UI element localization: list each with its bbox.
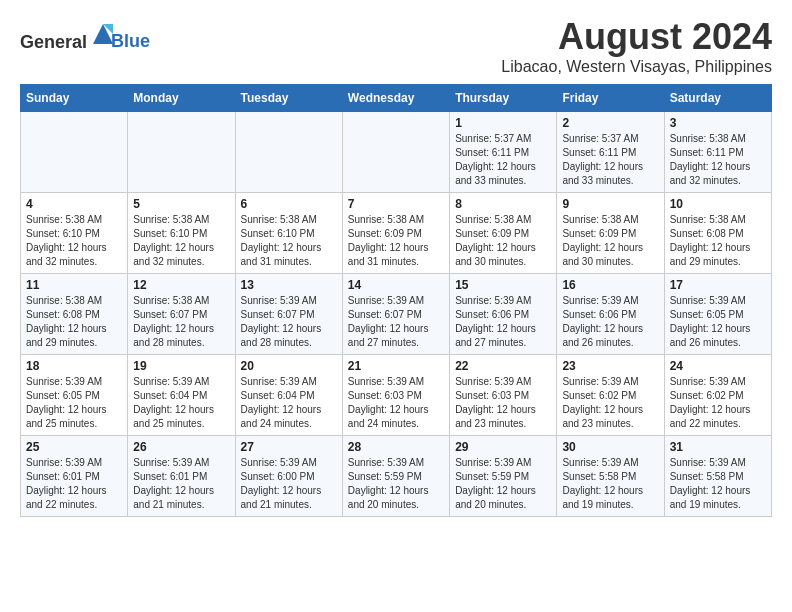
calendar-cell: 5Sunrise: 5:38 AM Sunset: 6:10 PM Daylig…	[128, 193, 235, 274]
calendar-cell: 31Sunrise: 5:39 AM Sunset: 5:58 PM Dayli…	[664, 436, 771, 517]
day-info: Sunrise: 5:38 AM Sunset: 6:10 PM Dayligh…	[133, 213, 229, 269]
calendar-cell: 29Sunrise: 5:39 AM Sunset: 5:59 PM Dayli…	[450, 436, 557, 517]
subtitle: Libacao, Western Visayas, Philippines	[501, 58, 772, 76]
day-number: 31	[670, 440, 766, 454]
calendar-cell: 17Sunrise: 5:39 AM Sunset: 6:05 PM Dayli…	[664, 274, 771, 355]
day-number: 21	[348, 359, 444, 373]
calendar-week-3: 11Sunrise: 5:38 AM Sunset: 6:08 PM Dayli…	[21, 274, 772, 355]
day-info: Sunrise: 5:38 AM Sunset: 6:07 PM Dayligh…	[133, 294, 229, 350]
weekday-header-row: SundayMondayTuesdayWednesdayThursdayFrid…	[21, 85, 772, 112]
day-info: Sunrise: 5:39 AM Sunset: 6:05 PM Dayligh…	[670, 294, 766, 350]
day-info: Sunrise: 5:39 AM Sunset: 5:58 PM Dayligh…	[562, 456, 658, 512]
day-number: 20	[241, 359, 337, 373]
weekday-header-sunday: Sunday	[21, 85, 128, 112]
calendar-cell: 27Sunrise: 5:39 AM Sunset: 6:00 PM Dayli…	[235, 436, 342, 517]
weekday-header-thursday: Thursday	[450, 85, 557, 112]
day-info: Sunrise: 5:39 AM Sunset: 6:02 PM Dayligh…	[670, 375, 766, 431]
day-info: Sunrise: 5:39 AM Sunset: 6:03 PM Dayligh…	[348, 375, 444, 431]
day-number: 30	[562, 440, 658, 454]
calendar-cell: 23Sunrise: 5:39 AM Sunset: 6:02 PM Dayli…	[557, 355, 664, 436]
calendar-week-1: 1Sunrise: 5:37 AM Sunset: 6:11 PM Daylig…	[21, 112, 772, 193]
day-info: Sunrise: 5:39 AM Sunset: 6:06 PM Dayligh…	[562, 294, 658, 350]
main-title: August 2024	[501, 16, 772, 58]
calendar-cell: 7Sunrise: 5:38 AM Sunset: 6:09 PM Daylig…	[342, 193, 449, 274]
day-number: 15	[455, 278, 551, 292]
day-number: 11	[26, 278, 122, 292]
day-info: Sunrise: 5:39 AM Sunset: 5:59 PM Dayligh…	[455, 456, 551, 512]
calendar-cell: 28Sunrise: 5:39 AM Sunset: 5:59 PM Dayli…	[342, 436, 449, 517]
day-number: 6	[241, 197, 337, 211]
calendar-cell: 12Sunrise: 5:38 AM Sunset: 6:07 PM Dayli…	[128, 274, 235, 355]
day-number: 18	[26, 359, 122, 373]
day-info: Sunrise: 5:38 AM Sunset: 6:08 PM Dayligh…	[26, 294, 122, 350]
day-number: 23	[562, 359, 658, 373]
day-number: 26	[133, 440, 229, 454]
day-info: Sunrise: 5:39 AM Sunset: 6:03 PM Dayligh…	[455, 375, 551, 431]
calendar-cell: 18Sunrise: 5:39 AM Sunset: 6:05 PM Dayli…	[21, 355, 128, 436]
calendar-cell: 20Sunrise: 5:39 AM Sunset: 6:04 PM Dayli…	[235, 355, 342, 436]
day-number: 27	[241, 440, 337, 454]
day-info: Sunrise: 5:38 AM Sunset: 6:09 PM Dayligh…	[455, 213, 551, 269]
day-info: Sunrise: 5:38 AM Sunset: 6:09 PM Dayligh…	[562, 213, 658, 269]
day-number: 7	[348, 197, 444, 211]
day-number: 3	[670, 116, 766, 130]
calendar-cell: 30Sunrise: 5:39 AM Sunset: 5:58 PM Dayli…	[557, 436, 664, 517]
day-number: 17	[670, 278, 766, 292]
weekday-header-saturday: Saturday	[664, 85, 771, 112]
calendar-cell: 10Sunrise: 5:38 AM Sunset: 6:08 PM Dayli…	[664, 193, 771, 274]
logo: General Blue	[20, 20, 150, 53]
calendar-cell: 25Sunrise: 5:39 AM Sunset: 6:01 PM Dayli…	[21, 436, 128, 517]
day-number: 2	[562, 116, 658, 130]
day-info: Sunrise: 5:39 AM Sunset: 6:02 PM Dayligh…	[562, 375, 658, 431]
day-number: 14	[348, 278, 444, 292]
day-number: 29	[455, 440, 551, 454]
day-number: 1	[455, 116, 551, 130]
calendar-cell: 24Sunrise: 5:39 AM Sunset: 6:02 PM Dayli…	[664, 355, 771, 436]
calendar-cell: 1Sunrise: 5:37 AM Sunset: 6:11 PM Daylig…	[450, 112, 557, 193]
calendar-cell: 9Sunrise: 5:38 AM Sunset: 6:09 PM Daylig…	[557, 193, 664, 274]
day-info: Sunrise: 5:38 AM Sunset: 6:09 PM Dayligh…	[348, 213, 444, 269]
day-info: Sunrise: 5:39 AM Sunset: 6:00 PM Dayligh…	[241, 456, 337, 512]
calendar-cell: 19Sunrise: 5:39 AM Sunset: 6:04 PM Dayli…	[128, 355, 235, 436]
calendar-week-5: 25Sunrise: 5:39 AM Sunset: 6:01 PM Dayli…	[21, 436, 772, 517]
day-info: Sunrise: 5:38 AM Sunset: 6:11 PM Dayligh…	[670, 132, 766, 188]
day-number: 8	[455, 197, 551, 211]
day-info: Sunrise: 5:39 AM Sunset: 6:01 PM Dayligh…	[133, 456, 229, 512]
day-number: 16	[562, 278, 658, 292]
day-info: Sunrise: 5:37 AM Sunset: 6:11 PM Dayligh…	[562, 132, 658, 188]
title-section: August 2024 Libacao, Western Visayas, Ph…	[501, 16, 772, 76]
calendar-cell: 26Sunrise: 5:39 AM Sunset: 6:01 PM Dayli…	[128, 436, 235, 517]
day-info: Sunrise: 5:39 AM Sunset: 6:04 PM Dayligh…	[133, 375, 229, 431]
logo-general: General	[20, 32, 87, 52]
day-info: Sunrise: 5:39 AM Sunset: 6:06 PM Dayligh…	[455, 294, 551, 350]
day-number: 9	[562, 197, 658, 211]
calendar-cell: 8Sunrise: 5:38 AM Sunset: 6:09 PM Daylig…	[450, 193, 557, 274]
day-info: Sunrise: 5:37 AM Sunset: 6:11 PM Dayligh…	[455, 132, 551, 188]
day-number: 12	[133, 278, 229, 292]
calendar-cell: 13Sunrise: 5:39 AM Sunset: 6:07 PM Dayli…	[235, 274, 342, 355]
page-header: General Blue August 2024 Libacao, Wester…	[20, 16, 772, 76]
day-info: Sunrise: 5:39 AM Sunset: 6:01 PM Dayligh…	[26, 456, 122, 512]
calendar-week-2: 4Sunrise: 5:38 AM Sunset: 6:10 PM Daylig…	[21, 193, 772, 274]
day-info: Sunrise: 5:39 AM Sunset: 6:07 PM Dayligh…	[348, 294, 444, 350]
calendar-cell: 16Sunrise: 5:39 AM Sunset: 6:06 PM Dayli…	[557, 274, 664, 355]
day-info: Sunrise: 5:39 AM Sunset: 6:07 PM Dayligh…	[241, 294, 337, 350]
weekday-header-friday: Friday	[557, 85, 664, 112]
calendar-cell: 6Sunrise: 5:38 AM Sunset: 6:10 PM Daylig…	[235, 193, 342, 274]
logo-text: General	[20, 20, 117, 53]
calendar-cell: 22Sunrise: 5:39 AM Sunset: 6:03 PM Dayli…	[450, 355, 557, 436]
day-number: 22	[455, 359, 551, 373]
day-number: 10	[670, 197, 766, 211]
weekday-header-tuesday: Tuesday	[235, 85, 342, 112]
day-info: Sunrise: 5:39 AM Sunset: 6:05 PM Dayligh…	[26, 375, 122, 431]
calendar-cell: 21Sunrise: 5:39 AM Sunset: 6:03 PM Dayli…	[342, 355, 449, 436]
day-info: Sunrise: 5:38 AM Sunset: 6:10 PM Dayligh…	[26, 213, 122, 269]
day-number: 5	[133, 197, 229, 211]
calendar-cell: 11Sunrise: 5:38 AM Sunset: 6:08 PM Dayli…	[21, 274, 128, 355]
calendar-cell: 4Sunrise: 5:38 AM Sunset: 6:10 PM Daylig…	[21, 193, 128, 274]
day-number: 28	[348, 440, 444, 454]
calendar-cell: 15Sunrise: 5:39 AM Sunset: 6:06 PM Dayli…	[450, 274, 557, 355]
day-info: Sunrise: 5:38 AM Sunset: 6:10 PM Dayligh…	[241, 213, 337, 269]
day-number: 13	[241, 278, 337, 292]
day-number: 24	[670, 359, 766, 373]
